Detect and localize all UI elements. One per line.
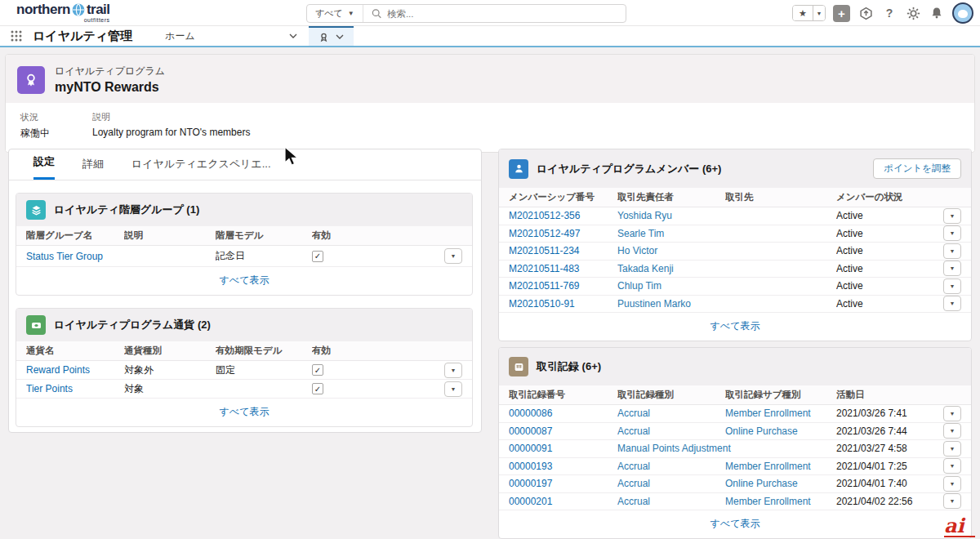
search-scope-dropdown[interactable]: すべて ▼ [307, 5, 363, 22]
status-field-label: 状況 [20, 111, 50, 123]
member-contact: Puustinen Marko [617, 298, 725, 310]
transaction-date: 2021/03/26 7:44 [836, 425, 943, 437]
column-header[interactable]: 階層グループ名 [26, 229, 124, 242]
transaction-number-link[interactable]: 00000193 [509, 461, 552, 472]
currency-link[interactable]: Tier Points [26, 383, 73, 394]
chevron-down-icon: ▼ [348, 10, 354, 17]
setup-gear-icon[interactable] [905, 5, 921, 21]
help-icon[interactable]: ? [881, 5, 898, 21]
row-actions-dropdown[interactable]: ▼ [943, 225, 961, 241]
active-checkbox[interactable]: ✓ [312, 364, 323, 376]
column-header[interactable]: 説明 [124, 229, 216, 242]
table-row: 00000201 Accrual Member Enrollment 2021/… [499, 493, 971, 511]
table-row: M20210512-497 Searle Tim Active ▼ [499, 225, 971, 243]
row-actions-dropdown[interactable]: ▼ [943, 493, 961, 509]
transaction-type: Accrual [617, 478, 725, 489]
notifications-bell-icon[interactable] [929, 5, 945, 21]
watermark-logo: ai [944, 517, 975, 537]
app-launcher-icon[interactable] [0, 26, 33, 46]
membership-number-link[interactable]: M20210511-483 [509, 263, 580, 274]
membership-number-link[interactable]: M20210510-91 [509, 298, 575, 310]
tab-record-active[interactable] [309, 26, 354, 46]
page-title: myNTO Rewards [55, 80, 165, 95]
column-header[interactable]: 活動日 [836, 389, 961, 401]
column-header[interactable]: 取引記録種別 [617, 389, 725, 401]
table-row: M20210510-91 Puustinen Marko Active ▼ [499, 296, 971, 314]
membership-number-link[interactable]: M20210511-769 [509, 280, 580, 292]
row-actions-dropdown[interactable]: ▼ [943, 243, 961, 259]
favorites-button-group[interactable]: ★ ▼ [792, 5, 826, 21]
row-actions-dropdown[interactable]: ▼ [943, 458, 961, 474]
table-row: Tier Points 対象 ✓ ▼ [16, 380, 472, 399]
tab-loyalty-experience[interactable]: ロイヤルティエクスペリエ... [131, 157, 271, 180]
currency-model: 固定 [216, 363, 312, 377]
column-header[interactable]: メンバーの状況 [836, 191, 961, 203]
row-actions-dropdown[interactable]: ▼ [943, 278, 961, 294]
column-header[interactable]: 取引記録サブ種別 [725, 389, 836, 401]
view-all-link[interactable]: すべて表示 [220, 274, 270, 286]
row-actions-dropdown[interactable]: ▼ [943, 441, 961, 457]
row-actions-dropdown[interactable]: ▼ [444, 363, 462, 378]
column-header[interactable]: 有効 [312, 229, 410, 242]
view-all-link[interactable]: すべて表示 [710, 518, 760, 529]
favorites-dropdown-icon[interactable]: ▼ [813, 6, 825, 20]
row-actions-dropdown[interactable]: ▼ [943, 208, 961, 224]
transaction-date: 2021/03/27 4:58 [836, 443, 943, 454]
view-all-link[interactable]: すべて表示 [220, 406, 270, 417]
row-actions-dropdown[interactable]: ▼ [943, 406, 961, 421]
tier-group-link[interactable]: Status Tier Group [26, 251, 103, 262]
tab-home[interactable]: ホーム [154, 26, 309, 46]
active-checkbox[interactable]: ✓ [312, 251, 323, 262]
favorites-star-icon[interactable]: ★ [793, 6, 813, 20]
members-panel: ロイヤルティプログラムメンバー (6+) ポイントを調整 メンバーシップ番号 取… [498, 149, 972, 341]
membership-number-link[interactable]: M20210512-497 [509, 228, 580, 239]
row-actions-dropdown[interactable]: ▼ [444, 381, 462, 397]
column-header[interactable]: 取引記録番号 [509, 389, 617, 401]
search-input[interactable] [387, 9, 617, 19]
settings-panel: 設定 詳細 ロイヤルティエクスペリエ... ロイヤルティ階層グループ (1) 階… [8, 149, 482, 433]
tab-settings[interactable]: 設定 [33, 154, 55, 180]
tab-details[interactable]: 詳細 [82, 157, 104, 180]
table-row: 00000086 Accrual Member Enrollment 2021/… [499, 405, 971, 423]
transaction-subtype: Member Enrollment [725, 408, 836, 419]
currency-link[interactable]: Reward Points [26, 364, 90, 376]
global-search[interactable]: すべて ▼ [306, 4, 626, 23]
chevron-down-icon[interactable] [289, 33, 297, 38]
membership-number-link[interactable]: M20210512-356 [509, 210, 580, 221]
guidance-icon[interactable] [858, 5, 874, 21]
column-header[interactable]: 取引先責任者 [617, 191, 725, 203]
chevron-down-icon[interactable] [336, 34, 344, 39]
column-header[interactable]: 取引先 [725, 191, 836, 203]
row-actions-dropdown[interactable]: ▼ [943, 423, 961, 439]
transaction-type: Accrual [617, 408, 725, 419]
row-actions-dropdown[interactable]: ▼ [943, 296, 961, 311]
transaction-number-link[interactable]: 00000087 [509, 425, 552, 437]
row-actions-dropdown[interactable]: ▼ [444, 248, 462, 264]
column-header[interactable]: 階層モデル [216, 229, 312, 242]
loyalty-record-icon [318, 32, 329, 42]
transactions-title: 取引記録 (6+) [537, 359, 601, 374]
column-header[interactable]: 有効期限モデル [216, 345, 312, 357]
transaction-subtype: Online Purchase [725, 425, 836, 437]
column-header[interactable]: 通貨種別 [124, 345, 216, 357]
column-header[interactable]: 通貨名 [26, 345, 124, 357]
active-checkbox[interactable]: ✓ [312, 383, 323, 394]
row-actions-dropdown[interactable]: ▼ [943, 261, 961, 276]
transaction-type: Manual Points Adjustment [617, 443, 836, 454]
membership-number-link[interactable]: M20210511-234 [509, 245, 580, 256]
column-header[interactable]: メンバーシップ番号 [509, 191, 617, 203]
adjust-points-button[interactable]: ポイントを調整 [873, 158, 961, 179]
member-status: Active [836, 228, 943, 239]
table-row: 00000091 Manual Points Adjustment 2021/0… [499, 440, 971, 458]
view-all-link[interactable]: すべて表示 [710, 320, 760, 332]
row-actions-dropdown[interactable]: ▼ [943, 476, 961, 492]
column-header[interactable]: 有効 [312, 345, 410, 357]
transaction-number-link[interactable]: 00000091 [509, 443, 552, 454]
global-actions-plus-icon[interactable]: + [833, 5, 850, 22]
user-avatar[interactable] [952, 2, 973, 24]
settings-tab-bar: 設定 詳細 ロイヤルティエクスペリエ... [9, 149, 481, 180]
transaction-number-link[interactable]: 00000201 [509, 496, 552, 507]
transaction-number-link[interactable]: 00000086 [509, 408, 552, 419]
member-status: Active [836, 245, 943, 256]
transaction-number-link[interactable]: 00000197 [509, 478, 552, 489]
